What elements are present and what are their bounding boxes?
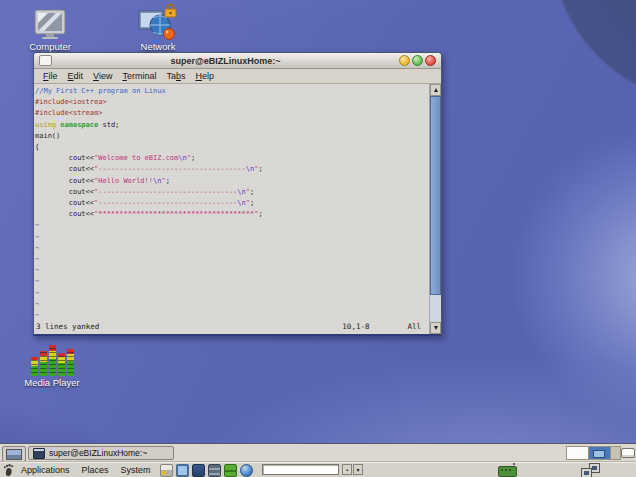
terminal-body: //My First C++ program on Linux#include<… xyxy=(34,84,441,334)
desktop-thumbnail-icon xyxy=(6,449,22,460)
screen-launcher-icon[interactable] xyxy=(192,464,205,477)
code-line: cout<<"---------------------------------… xyxy=(35,164,429,175)
desktop-icon-network[interactable]: Network xyxy=(125,3,191,52)
window-menu-icon[interactable] xyxy=(39,55,52,66)
network-device-icon[interactable] xyxy=(498,466,517,477)
vim-statusline: 3 lines yanked 10,1-8 All xyxy=(34,320,429,334)
menu-view[interactable]: View xyxy=(88,71,117,81)
media-player-icon-label: Media Player xyxy=(14,377,90,388)
menu-applications[interactable]: Applications xyxy=(16,465,75,475)
code-line: cout<<"---------------------------------… xyxy=(35,187,429,198)
terminal-mini-icon xyxy=(33,448,45,459)
arrow-up-icon xyxy=(434,88,438,92)
code-line: ~ xyxy=(35,299,429,310)
scroll-up-button[interactable] xyxy=(430,84,441,96)
workspace-switcher[interactable] xyxy=(566,446,621,460)
maximize-button[interactable] xyxy=(412,55,423,66)
code-line: cout<<"Hello World!!\n"; xyxy=(35,176,429,187)
terminal-window: super@eBIZLinuxHome:~ FileEditViewTermin… xyxy=(33,52,442,336)
distro-logo-icon[interactable] xyxy=(3,464,14,477)
cabinet-launcher-icon[interactable] xyxy=(208,464,221,477)
menu-file[interactable]: File xyxy=(38,71,63,81)
computer-icon xyxy=(17,8,83,41)
arrow-down-icon xyxy=(434,326,438,330)
code-line: ~ xyxy=(35,243,429,254)
code-line: cout<<"*********************************… xyxy=(35,209,429,220)
web-browser-launcher-icon[interactable] xyxy=(240,464,253,477)
menu-system[interactable]: System xyxy=(116,465,156,475)
menu-tabs[interactable]: Tabs xyxy=(161,71,190,81)
terminal-scrollbar[interactable] xyxy=(429,84,441,334)
code-line: ~ xyxy=(35,276,429,287)
workspace-1[interactable] xyxy=(567,447,589,459)
display-launcher-icon[interactable] xyxy=(176,464,189,477)
dual-monitors-icon[interactable] xyxy=(582,464,599,477)
show-desktop-button[interactable] xyxy=(2,446,26,462)
code-line: ~ xyxy=(35,220,429,231)
entry-run-button[interactable]: ▪ xyxy=(342,464,352,475)
media-player-icon xyxy=(14,344,90,376)
code-line: //My First C++ program on Linux xyxy=(35,86,429,97)
workstation-launcher-icon[interactable] xyxy=(160,464,173,477)
code-line: ~ xyxy=(35,288,429,299)
workspace-2[interactable] xyxy=(589,447,611,459)
desktop-icon-computer[interactable]: Computer xyxy=(17,8,83,52)
scroll-down-button[interactable] xyxy=(430,322,441,334)
task-button-label: super@eBIZLinuxHome:~ xyxy=(49,448,147,458)
scrollbar-track[interactable] xyxy=(430,96,441,322)
vim-buffer[interactable]: //My First C++ program on Linux#include<… xyxy=(34,84,429,320)
code-line: using namespace std; xyxy=(35,120,429,131)
menu-terminal[interactable]: Terminal xyxy=(117,71,161,81)
code-line: { xyxy=(35,142,429,153)
panel-launchers xyxy=(160,464,253,477)
network-icon-label: Network xyxy=(125,41,191,52)
window-list-button[interactable] xyxy=(621,448,635,458)
terminal-menubar: FileEditViewTerminalTabsHelp xyxy=(34,69,441,84)
code-line: cout<<"---------------------------------… xyxy=(35,198,429,209)
code-line: main() xyxy=(35,131,429,142)
vim-scroll-indicator: All xyxy=(407,322,421,331)
entry-history-button[interactable]: ▾ xyxy=(353,464,363,475)
desktop-icon-media-player[interactable]: Media Player xyxy=(14,344,90,388)
desktop: Computer Network Media Playe xyxy=(0,0,636,477)
task-button-terminal[interactable]: super@eBIZLinuxHome:~ xyxy=(28,446,174,460)
code-line: ~ xyxy=(35,310,429,320)
code-line: ~ xyxy=(35,254,429,265)
code-line: ~ xyxy=(35,265,429,276)
minimize-button[interactable] xyxy=(399,55,410,66)
vim-cursor-position: 10,1-8 xyxy=(342,322,369,331)
code-line: #include<iostrea> xyxy=(35,97,429,108)
code-line: #include<stream> xyxy=(35,108,429,119)
taskbar: super@eBIZLinuxHome:~ xyxy=(0,443,636,461)
package-launcher-icon[interactable] xyxy=(224,464,237,477)
menu-places[interactable]: Places xyxy=(77,465,114,475)
vim-status-message: 3 lines yanked xyxy=(36,322,99,331)
window-title: super@eBIZLinuxHome:~ xyxy=(52,56,399,66)
bottom-panel: Applications Places System ▪ ▾ xyxy=(0,461,636,477)
close-button[interactable] xyxy=(425,55,436,66)
code-line: cout<<"Welcome to eBIZ.com\n"; xyxy=(35,153,429,164)
code-line: ~ xyxy=(35,232,429,243)
terminal-titlebar[interactable]: super@eBIZLinuxHome:~ xyxy=(34,53,441,69)
scrollbar-thumb[interactable] xyxy=(430,96,441,295)
menu-edit[interactable]: Edit xyxy=(63,71,89,81)
command-entry-input[interactable] xyxy=(262,464,339,475)
network-icon xyxy=(125,3,191,41)
menu-help[interactable]: Help xyxy=(190,71,219,81)
computer-icon-label: Computer xyxy=(17,41,83,52)
